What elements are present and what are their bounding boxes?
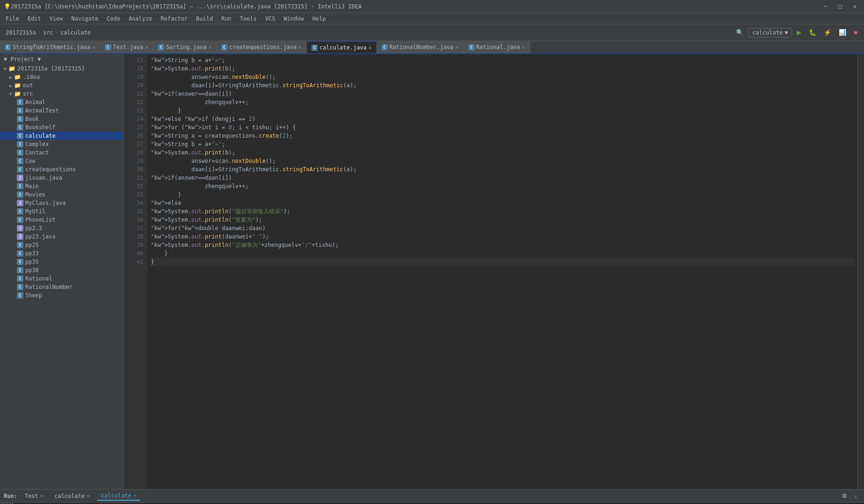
stop-button[interactable]: ■ (851, 27, 860, 38)
run-tab-test[interactable]: Test ✕ (21, 492, 47, 500)
sidebar-item-label: Animal (25, 99, 45, 105)
sidebar-item-bookshelf[interactable]: CBookshelf (0, 123, 123, 132)
code-line-40: } (151, 249, 854, 258)
sidebar-item-rational[interactable]: CRational (0, 274, 123, 283)
sidebar-item-pp23-java[interactable]: Jpp23.java (0, 232, 123, 241)
sidebar-item-out[interactable]: ▶📁out (0, 81, 123, 90)
class-icon: C (17, 141, 23, 147)
coverage-button[interactable]: ⚡ (821, 27, 834, 38)
sidebar-item-sheep[interactable]: CSheep (0, 291, 123, 300)
sidebar-item-complex[interactable]: CComplex (0, 140, 123, 148)
run-panel-settings-button[interactable]: ⚙ (839, 490, 850, 501)
tab-close-button[interactable]: ✕ (522, 44, 525, 50)
sidebar-item-pp2-3[interactable]: Jpp2.3 (0, 224, 123, 232)
menu-item-code[interactable]: Code (103, 14, 124, 23)
tab-close-button[interactable]: ✕ (92, 44, 95, 50)
profile-button[interactable]: 📊 (836, 27, 849, 38)
menu-item-analyze[interactable]: Analyze (125, 14, 156, 23)
run-tab-calculate[interactable]: calculate ✕ (97, 491, 140, 501)
tab-label: createquestions.java (229, 44, 297, 50)
menu-item-edit[interactable]: Edit (24, 14, 45, 23)
tab-RationalNumber-java[interactable]: CRationalNumber.java✕ (377, 41, 464, 53)
run-tab-close-button[interactable]: ✕ (40, 493, 43, 499)
run-tab-close-button[interactable]: ✕ (86, 493, 90, 499)
sidebar-item-calculate[interactable]: Ccalculate (0, 132, 123, 140)
sidebar-item-movies[interactable]: CMovies (0, 190, 123, 199)
src-breadcrumb[interactable]: src (43, 29, 53, 36)
sidebar-item-myclass-java[interactable]: JMyClass.java (0, 199, 123, 207)
sidebar-item-20172315a--20172315-[interactable]: ▼📁20172315a [20172315] (0, 64, 123, 73)
sidebar-item-main[interactable]: CMain (0, 182, 123, 190)
tab-createquestions-java[interactable]: Ccreatequestions.java✕ (217, 41, 307, 53)
run-config-name: calculate (752, 29, 783, 36)
menu-item-run[interactable]: Run (218, 14, 235, 23)
tab-Test-java[interactable]: CTest.java✕ (100, 41, 154, 53)
file-breadcrumb[interactable]: calculate (60, 29, 91, 36)
tab-Rational-java[interactable]: CRational.java✕ (464, 41, 531, 53)
maximize-button[interactable]: □ (835, 2, 846, 11)
tab-Sorting-java[interactable]: CSorting.java✕ (153, 41, 216, 53)
tab-close-button[interactable]: ✕ (298, 44, 302, 50)
sidebar-item-animaltest[interactable]: CAnimalTest (0, 106, 123, 115)
code-line-33: } (151, 190, 854, 199)
menu-item-tools[interactable]: Tools (236, 14, 261, 23)
sidebar-item-createquestions[interactable]: Ccreatequestions (0, 165, 123, 174)
code-content[interactable]: "kw">String b = a+"="; "kw">System.out.p… (147, 54, 857, 489)
menu-item-refactor[interactable]: Refactor (157, 14, 191, 23)
folder-icon: 📁 (14, 91, 21, 97)
menu-item-window[interactable]: Window (280, 14, 307, 23)
sidebar-item-pp25[interactable]: Cpp25 (0, 241, 123, 249)
sidebar-item-label: jisuan.java (25, 175, 62, 181)
sidebar-item-contact[interactable]: CContact (0, 148, 123, 157)
sidebar-item-label: MyUtil (25, 208, 45, 215)
tab-close-button[interactable]: ✕ (368, 45, 372, 51)
sidebar-item-pp35[interactable]: Cpp35 (0, 258, 123, 266)
folder-icon: 📁 (14, 74, 21, 80)
code-editor[interactable]: 1718192021222324252627282930313233343536… (124, 54, 864, 489)
class-icon: C (17, 166, 23, 173)
sidebar-item-pp38[interactable]: Cpp38 (0, 266, 123, 274)
run-button[interactable]: ▶ (794, 27, 804, 38)
project-breadcrumb[interactable]: 20172315a (6, 29, 36, 36)
run-tab-close-button[interactable]: ✕ (133, 492, 136, 498)
run-panel-collapse-button[interactable]: ↓ (852, 490, 861, 501)
class-icon: C (17, 149, 23, 156)
menu-item-view[interactable]: View (46, 14, 67, 23)
sidebar-item-src[interactable]: ▼📁src (0, 90, 123, 98)
sidebar-item-label: pp35 (25, 259, 39, 265)
sidebar-item--idea[interactable]: ▶📁.idea (0, 73, 123, 81)
sidebar-item-myutil[interactable]: CMyUtil (0, 207, 123, 216)
sidebar-item-jisuan-java[interactable]: Jjisuan.java (0, 174, 123, 182)
tab-close-button[interactable]: ✕ (208, 44, 212, 50)
sidebar-item-label: Complex (25, 141, 49, 147)
sidebar-item-rationalnumber[interactable]: CRationalNumber (0, 283, 123, 291)
tab-calculate-java[interactable]: Ccalculate.java✕ (307, 41, 377, 53)
menu-item-help[interactable]: Help (309, 14, 330, 23)
close-button[interactable]: ✕ (850, 2, 860, 11)
sidebar-item-pp33[interactable]: Cpp33 (0, 249, 123, 258)
folder-icon: 📁 (8, 65, 15, 72)
run-tab-calculate[interactable]: calculate ✕ (50, 492, 93, 500)
sidebar-item-book[interactable]: CBook (0, 115, 123, 123)
menu-item-file[interactable]: File (2, 14, 23, 23)
tab-label: Sorting.java (166, 44, 206, 50)
menu-item-build[interactable]: Build (192, 14, 217, 23)
minimize-button[interactable]: ─ (820, 2, 831, 11)
java-file-icon: C (468, 44, 474, 50)
file-icon: J (17, 200, 23, 206)
run-label: Run: (4, 493, 17, 499)
code-line-27: "kw">String b = a+"="; (151, 140, 854, 148)
folder-icon: 📁 (14, 82, 21, 89)
tab-StringToArithmetic-java[interactable]: CStringToArithmetic.java✕ (0, 41, 100, 53)
run-config[interactable]: calculate ▼ (748, 28, 792, 37)
window-controls[interactable]: ─ □ ✕ (820, 2, 860, 11)
sidebar-item-cow[interactable]: CCow (0, 157, 123, 165)
sidebar-item-phonelist[interactable]: CPhoneList (0, 216, 123, 224)
tab-close-button[interactable]: ✕ (145, 44, 149, 50)
menu-item-navigate[interactable]: Navigate (68, 14, 102, 23)
menu-item-vcs[interactable]: VCS (262, 14, 279, 23)
sidebar-item-animal[interactable]: CAnimal (0, 98, 123, 106)
tab-close-button[interactable]: ✕ (455, 44, 459, 50)
debug-button[interactable]: 🐛 (806, 27, 819, 38)
search-everywhere-button[interactable]: 🔍 (733, 27, 746, 38)
